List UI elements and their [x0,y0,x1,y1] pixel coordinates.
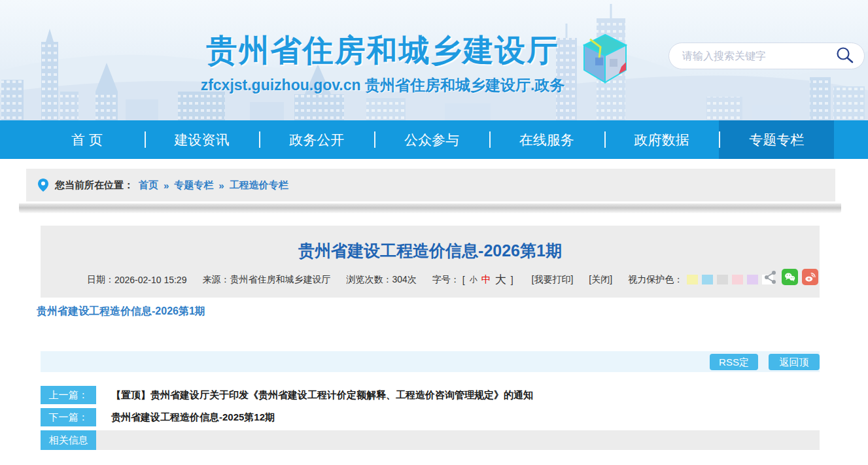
eye-protect-swatch-gray[interactable] [717,275,728,284]
breadcrumb-link-special-columns[interactable]: 专题专栏 [174,179,213,192]
search-box [668,43,865,69]
next-article-link[interactable]: 贵州省建设工程造价信息-2025第12期 [111,411,275,424]
eye-protect-label: 视力保护色： [628,274,683,286]
share-icon[interactable] [763,269,778,285]
site-brand: 贵州省住房和城乡建设厅 zfcxjst.guizhou.gov.cn 贵州省住房… [190,30,576,95]
main-nav-items: 首 页 建设资讯 政务公开 公众参与 在线服务 政府数据 专题专栏 [29,120,834,159]
attachment-link[interactable]: 贵州省建设工程造价信息-2026第1期 [37,305,205,319]
meta-date-value: 2026-02-10 15:29 [114,275,187,285]
fontsize-bracket-open: [ [462,275,465,285]
main-nav: 首 页 建设资讯 政务公开 公众参与 在线服务 政府数据 专题专栏 [0,120,868,159]
meta-views-label: 浏览次数： [346,274,392,286]
back-to-top-button[interactable]: 返回顶部 [769,354,820,370]
eye-protect-swatch-blue[interactable] [702,275,713,284]
nav-item-gov-disclosure[interactable]: 政务公开 [259,120,374,159]
fontsize-bracket-close: ] [511,275,513,285]
related-info-row: 相关信息 [41,430,820,450]
eye-protect-swatch-yellow[interactable] [687,275,698,284]
next-article-row: 下一篇： 贵州省建设工程造价信息-2025第12期 [41,408,820,426]
article-meta: 日期：2026-02-10 15:29 来源：贵州省住房和城乡建设厅 浏览次数：… [41,272,820,287]
breadcrumb-shadow [19,203,841,213]
nav-item-public-participation[interactable]: 公众参与 [374,120,489,159]
eye-protect-swatch-pink[interactable] [732,275,743,284]
fontsize-medium-button[interactable]: 中 [481,273,491,286]
prev-article-label: 上一篇： [41,386,96,404]
breadcrumb-prefix: 您当前所在位置： [55,179,133,192]
rss-toolbar: RSS定制 返回顶部 [41,351,820,372]
search-input[interactable] [682,50,834,62]
site-logo-cube-icon [581,33,629,85]
meta-date: 日期：2026-02-10 15:29 [87,274,187,286]
breadcrumb-separator: » [218,180,224,191]
site-subtitle: zfcxjst.guizhou.gov.cn 贵州省住房和城乡建设厅.政务 [190,75,576,95]
breadcrumb-link-home[interactable]: 首页 [139,179,158,192]
meta-source: 来源：贵州省住房和城乡建设厅 [202,274,330,286]
prev-article-link[interactable]: 【置顶】贵州省建设厅关于印发《贵州省建设工程计价定额解释、工程造价咨询管理规定》… [111,389,533,402]
wechat-icon [783,270,797,284]
fontsize-small-button[interactable]: 小 [470,274,477,285]
nav-item-gov-data[interactable]: 政府数据 [604,120,720,159]
breadcrumb: 您当前所在位置： 首页 » 专题专栏 » 工程造价专栏 [26,169,835,201]
meta-views-value: 304次 [392,274,416,286]
fontsize-large-button[interactable]: 大 [495,272,506,287]
site-header: 贵州省住房和城乡建设厅 zfcxjst.guizhou.gov.cn 贵州省住房… [0,0,868,120]
print-button[interactable]: [我要打印] [532,274,574,286]
weibo-share-button[interactable] [802,269,818,285]
meta-views: 浏览次数：304次 [346,274,416,286]
eye-protect-control: 视力保护色： [628,274,773,286]
article-header-block: 贵州省建设工程造价信息-2026第1期 日期：2026-02-10 15:29 … [41,226,820,298]
nav-item-home[interactable]: 首 页 [29,120,145,159]
site-title: 贵州省住房和城乡建设厅 [190,30,576,71]
related-info-bar [96,430,820,450]
nav-item-construction-news[interactable]: 建设资讯 [145,120,260,159]
nav-item-online-services[interactable]: 在线服务 [489,120,604,159]
meta-date-label: 日期： [87,274,114,286]
weibo-icon [803,270,817,284]
next-article-label: 下一篇： [41,408,96,426]
wechat-share-button[interactable] [782,269,798,285]
rss-subscribe-button[interactable]: RSS定制 [710,354,758,370]
meta-source-label: 来源： [202,274,230,286]
article-title: 贵州省建设工程造价信息-2026第1期 [41,240,820,262]
nav-item-special-columns[interactable]: 专题专栏 [719,120,834,159]
close-button[interactable]: [关闭] [589,274,612,286]
meta-source-value: 贵州省住房和城乡建设厅 [230,274,330,286]
search-icon [835,45,856,66]
eye-protect-swatch-purple[interactable] [747,275,758,284]
prev-article-row: 上一篇： 【置顶】贵州省建设厅关于印发《贵州省建设工程计价定额解释、工程造价咨询… [41,386,820,404]
eye-protect-swatches [687,275,773,284]
share-cluster [763,269,818,285]
breadcrumb-separator: » [164,180,169,191]
meta-fontsize-control: 字号： [ 小 中 大 ] [432,272,516,287]
location-pin-icon [38,179,48,192]
search-button[interactable] [834,45,856,67]
fontsize-label: 字号： [432,274,460,286]
breadcrumb-link-cost-column[interactable]: 工程造价专栏 [230,179,288,192]
related-info-label: 相关信息 [41,430,96,450]
